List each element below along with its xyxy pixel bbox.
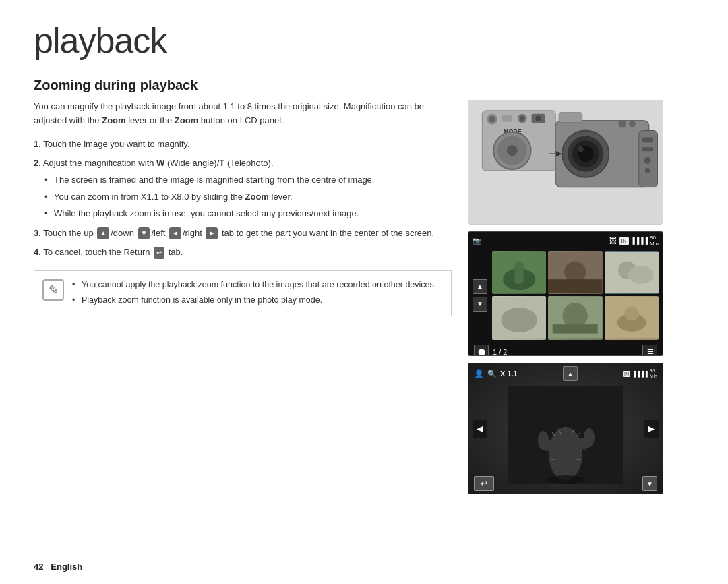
svg-point-59 (538, 431, 549, 450)
zoom-magnify-icon: 🔍 (487, 370, 497, 378)
bullet-1: The screen is framed and the image is ma… (44, 173, 452, 187)
svg-point-26 (629, 121, 636, 127)
step-2-bullets: The screen is framed and the image is ma… (34, 173, 452, 221)
zoom-top-left: 👤 🔍 X 1.1 (474, 369, 518, 378)
page-number: 42_ English (34, 562, 82, 572)
page-container: playback Zooming during playback You can… (0, 0, 728, 584)
step-2: 2. Adjust the magnification with W (Wide… (34, 156, 452, 221)
thumb-down-btn[interactable]: ▼ (473, 297, 487, 312)
step-3: 3. Touch the up ▲/down ▼/left ◄/right ► … (34, 227, 452, 241)
thumb-cell-1[interactable] (492, 251, 546, 294)
page-footer: 42_ English (34, 556, 694, 572)
page-title: playback (34, 20, 694, 61)
note-icon: ✎ (42, 279, 64, 301)
right-btn-inline: ► (206, 227, 218, 239)
svg-rect-24 (559, 113, 582, 123)
thumb-cell-6[interactable] (605, 296, 659, 339)
step-4: 4. To cancel, touch the Return ↩ tab. (34, 245, 452, 260)
thumb-cell-5[interactable] (548, 296, 602, 339)
thumb-photo-icon: 🖼 (609, 237, 617, 245)
zoom-battery-icon: ▐▐▐▐ (632, 371, 648, 377)
svg-point-61 (584, 428, 595, 447)
svg-rect-41 (553, 324, 598, 333)
zoom-person-icon: 👤 (474, 369, 484, 378)
thumb-nav-controls: ▲ ▼ (473, 279, 487, 312)
svg-rect-20 (642, 137, 653, 142)
thumb-status: IN ▐▐▐▐ 80Min (619, 235, 659, 247)
cactus-svg (508, 386, 623, 484)
note-text: You cannot apply the playback zoom funct… (72, 278, 436, 309)
zoom-bottom-bar: ↩ ▼ (468, 473, 663, 494)
thumb-camera-capture-btn[interactable]: ⬤ (474, 345, 489, 357)
thumb-cell-4[interactable] (492, 296, 546, 339)
zoom-nav-right-btn[interactable]: ► (644, 420, 659, 438)
thumb-bottom-bar: ⬤ 1 / 2 ☰ (468, 343, 663, 357)
down-btn-inline: ▼ (138, 227, 150, 239)
thumb-cell-3[interactable] (605, 251, 659, 294)
zoom-level-text: X 1.1 (500, 370, 518, 378)
zoom-screen: 👤 🔍 X 1.1 ▲ IN ▐▐▐▐ 80Min ◄ ► (468, 363, 663, 494)
thumb-cell-2[interactable] (548, 251, 602, 294)
note-box: ✎ You cannot apply the playback zoom fun… (34, 270, 452, 316)
zoom-top-bar: 👤 🔍 X 1.1 ▲ IN ▐▐▐▐ 80Min (468, 363, 663, 384)
zoom-in-badge: IN (623, 371, 630, 377)
title-divider (34, 65, 694, 65)
zoom-nav-left-btn[interactable]: ◄ (473, 420, 487, 438)
svg-point-25 (618, 120, 626, 128)
thumbnail-grid-screen: 📷 🖼 IN ▐▐▐▐ 80Min ▲ ▼ (468, 231, 663, 356)
svg-point-40 (563, 303, 588, 328)
bullet-3: While the playback zoom is in use, you c… (44, 207, 452, 221)
images-column: MODE (468, 100, 663, 494)
zoom-top-right: IN ▐▐▐▐ 80Min (623, 368, 657, 380)
section-title: Zooming during playback (34, 78, 694, 93)
svg-point-44 (624, 307, 638, 321)
svg-point-6 (520, 116, 525, 121)
main-content: You can magnify the playback image from … (34, 100, 694, 494)
thumb-up-btn[interactable]: ▲ (473, 279, 487, 294)
svg-point-23 (645, 168, 650, 173)
thumb-grid (492, 251, 659, 340)
camera-device-image: MODE (468, 100, 663, 225)
svg-point-36 (628, 266, 653, 284)
thumb-top-bar: 📷 🖼 IN ▐▐▐▐ 80Min (468, 232, 663, 250)
thumb-camera-icon: 📷 (473, 237, 482, 245)
svg-point-8 (535, 116, 541, 121)
svg-point-3 (489, 116, 495, 123)
zoom-down-btn[interactable]: ▼ (642, 476, 657, 491)
svg-rect-30 (514, 261, 523, 283)
svg-point-22 (644, 157, 651, 164)
step-1: 1. Touch the image you want to magnify. (34, 138, 452, 152)
zoom-time-text: 80Min (650, 368, 657, 380)
note-bullet-1: You cannot apply the playback zoom funct… (72, 278, 436, 291)
text-section: You can magnify the playback image from … (34, 100, 452, 494)
svg-rect-21 (642, 147, 653, 151)
thumb-main-area: ▲ ▼ (468, 250, 663, 340)
zoom-return-btn[interactable]: ↩ (474, 476, 494, 491)
zoom-up-btn[interactable]: ▲ (563, 366, 578, 381)
svg-rect-33 (548, 279, 602, 293)
thumb-page-number: 1 / 2 (493, 348, 507, 356)
steps-list: 1. Touch the image you want to magnify. … (34, 138, 452, 260)
svg-rect-4 (502, 115, 512, 122)
thumb-menu-btn[interactable]: ☰ (642, 345, 657, 357)
up-btn-inline: ▲ (97, 227, 109, 239)
zoom-up-nav: ▲ (563, 366, 578, 381)
left-btn-inline: ◄ (169, 227, 181, 239)
intro-paragraph: You can magnify the playback image from … (34, 100, 452, 128)
camera-svg: MODE (468, 100, 663, 224)
svg-point-38 (501, 308, 537, 332)
note-bullets: You cannot apply the playback zoom funct… (72, 278, 436, 307)
return-btn-inline: ↩ (154, 247, 164, 259)
note-bullet-2: Playback zoom function is available only… (72, 293, 436, 307)
svg-point-18 (578, 146, 584, 152)
svg-point-12 (507, 145, 518, 156)
bullet-2: You can zoom in from X1.1 to X8.0 by sli… (44, 190, 452, 204)
